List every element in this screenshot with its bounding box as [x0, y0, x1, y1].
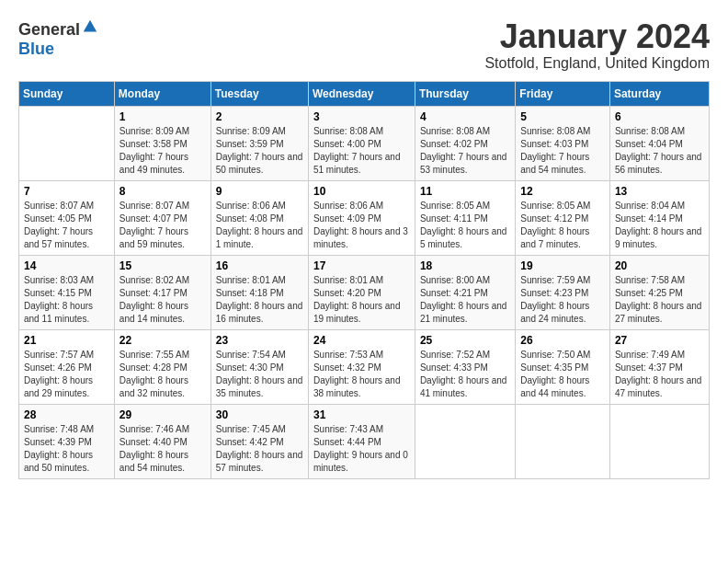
day-number: 28: [24, 408, 109, 421]
day-number: 29: [119, 408, 206, 421]
svg-marker-0: [84, 20, 97, 32]
day-number: 9: [216, 185, 303, 198]
calendar-cell: 26Sunrise: 7:50 AMSunset: 4:35 PMDayligh…: [516, 329, 610, 404]
calendar-cell: 6Sunrise: 8:08 AMSunset: 4:04 PMDaylight…: [609, 106, 709, 180]
cell-info: Sunrise: 8:08 AMSunset: 4:04 PMDaylight:…: [615, 125, 704, 177]
day-number: 17: [313, 259, 410, 272]
logo-icon: [82, 18, 98, 35]
header-wednesday: Wednesday: [308, 81, 415, 106]
calendar-header-row: SundayMondayTuesdayWednesdayThursdayFrid…: [19, 81, 710, 106]
day-number: 25: [420, 334, 510, 347]
calendar-cell: 14Sunrise: 8:03 AMSunset: 4:15 PMDayligh…: [19, 255, 115, 329]
cell-info: Sunrise: 7:43 AMSunset: 4:44 PMDaylight:…: [313, 423, 410, 475]
week-row-3: 21Sunrise: 7:57 AMSunset: 4:26 PMDayligh…: [19, 329, 710, 404]
header-sunday: Sunday: [19, 81, 115, 106]
calendar-cell: 31Sunrise: 7:43 AMSunset: 4:44 PMDayligh…: [308, 404, 415, 478]
week-row-0: 1Sunrise: 8:09 AMSunset: 3:58 PMDaylight…: [19, 106, 710, 180]
cell-info: Sunrise: 7:52 AMSunset: 4:33 PMDaylight:…: [420, 349, 510, 400]
week-row-1: 7Sunrise: 8:07 AMSunset: 4:05 PMDaylight…: [19, 180, 710, 255]
cell-info: Sunrise: 7:57 AMSunset: 4:26 PMDaylight:…: [24, 349, 109, 400]
header-tuesday: Tuesday: [210, 81, 308, 106]
day-number: 31: [313, 408, 410, 421]
cell-info: Sunrise: 8:07 AMSunset: 4:05 PMDaylight:…: [24, 200, 109, 251]
header-friday: Friday: [516, 81, 610, 106]
cell-info: Sunrise: 7:49 AMSunset: 4:37 PMDaylight:…: [615, 349, 704, 400]
day-number: 1: [119, 110, 206, 123]
day-number: 30: [216, 408, 303, 421]
day-number: 13: [615, 185, 704, 198]
day-number: 7: [24, 185, 109, 198]
cell-info: Sunrise: 8:04 AMSunset: 4:14 PMDaylight:…: [615, 200, 704, 251]
cell-info: Sunrise: 7:54 AMSunset: 4:30 PMDaylight:…: [216, 349, 303, 400]
calendar-body: 1Sunrise: 8:09 AMSunset: 3:58 PMDaylight…: [19, 106, 710, 478]
calendar-cell: 16Sunrise: 8:01 AMSunset: 4:18 PMDayligh…: [210, 255, 308, 329]
calendar-cell: 22Sunrise: 7:55 AMSunset: 4:28 PMDayligh…: [114, 329, 210, 404]
cell-info: Sunrise: 7:48 AMSunset: 4:39 PMDaylight:…: [24, 423, 109, 475]
header-thursday: Thursday: [415, 81, 515, 106]
calendar-cell: [19, 106, 115, 180]
calendar-cell: 17Sunrise: 8:01 AMSunset: 4:20 PMDayligh…: [308, 255, 415, 329]
cell-info: Sunrise: 8:05 AMSunset: 4:11 PMDaylight:…: [420, 200, 510, 251]
day-number: 11: [420, 185, 510, 198]
calendar-cell: [415, 404, 515, 478]
calendar-cell: 23Sunrise: 7:54 AMSunset: 4:30 PMDayligh…: [210, 329, 308, 404]
calendar-cell: 9Sunrise: 8:06 AMSunset: 4:08 PMDaylight…: [210, 180, 308, 255]
calendar-cell: 25Sunrise: 7:52 AMSunset: 4:33 PMDayligh…: [415, 329, 515, 404]
cell-info: Sunrise: 8:09 AMSunset: 3:59 PMDaylight:…: [216, 125, 303, 177]
calendar-cell: 1Sunrise: 8:09 AMSunset: 3:58 PMDaylight…: [114, 106, 210, 180]
cell-info: Sunrise: 7:55 AMSunset: 4:28 PMDaylight:…: [119, 349, 206, 400]
calendar-cell: 11Sunrise: 8:05 AMSunset: 4:11 PMDayligh…: [415, 180, 515, 255]
day-number: 21: [24, 334, 109, 347]
day-number: 18: [420, 259, 510, 272]
day-number: 12: [520, 185, 605, 198]
cell-info: Sunrise: 7:58 AMSunset: 4:25 PMDaylight:…: [615, 274, 704, 326]
cell-info: Sunrise: 8:09 AMSunset: 3:58 PMDaylight:…: [119, 125, 206, 177]
day-number: 22: [119, 334, 206, 347]
cell-info: Sunrise: 7:46 AMSunset: 4:40 PMDaylight:…: [119, 423, 206, 475]
calendar-cell: 20Sunrise: 7:58 AMSunset: 4:25 PMDayligh…: [609, 255, 709, 329]
day-number: 19: [520, 259, 605, 272]
day-number: 3: [313, 110, 410, 123]
week-row-2: 14Sunrise: 8:03 AMSunset: 4:15 PMDayligh…: [19, 255, 710, 329]
calendar-cell: 3Sunrise: 8:08 AMSunset: 4:00 PMDaylight…: [308, 106, 415, 180]
calendar-cell: 29Sunrise: 7:46 AMSunset: 4:40 PMDayligh…: [114, 404, 210, 478]
day-number: 26: [520, 334, 605, 347]
calendar-cell: 19Sunrise: 7:59 AMSunset: 4:23 PMDayligh…: [516, 255, 610, 329]
logo: General Blue: [18, 18, 98, 59]
cell-info: Sunrise: 7:45 AMSunset: 4:42 PMDaylight:…: [216, 423, 303, 475]
cell-info: Sunrise: 8:08 AMSunset: 4:02 PMDaylight:…: [420, 125, 510, 177]
page-header: General Blue January 2024 Stotfold, Engl…: [18, 18, 710, 72]
month-title: January 2024: [484, 18, 710, 55]
day-number: 24: [313, 334, 410, 347]
cell-info: Sunrise: 8:01 AMSunset: 4:20 PMDaylight:…: [313, 274, 410, 326]
cell-info: Sunrise: 8:08 AMSunset: 4:03 PMDaylight:…: [520, 125, 605, 177]
calendar-cell: 24Sunrise: 7:53 AMSunset: 4:32 PMDayligh…: [308, 329, 415, 404]
header-monday: Monday: [114, 81, 210, 106]
calendar-cell: 10Sunrise: 8:06 AMSunset: 4:09 PMDayligh…: [308, 180, 415, 255]
day-number: 16: [216, 259, 303, 272]
cell-info: Sunrise: 8:08 AMSunset: 4:00 PMDaylight:…: [313, 125, 410, 177]
cell-info: Sunrise: 7:50 AMSunset: 4:35 PMDaylight:…: [520, 349, 605, 400]
cell-info: Sunrise: 7:59 AMSunset: 4:23 PMDaylight:…: [520, 274, 605, 326]
cell-info: Sunrise: 7:53 AMSunset: 4:32 PMDaylight:…: [313, 349, 410, 400]
day-number: 5: [520, 110, 605, 123]
header-saturday: Saturday: [609, 81, 709, 106]
title-section: January 2024 Stotfold, England, United K…: [484, 18, 710, 72]
calendar-cell: 15Sunrise: 8:02 AMSunset: 4:17 PMDayligh…: [114, 255, 210, 329]
logo-blue: Blue: [18, 40, 54, 58]
day-number: 4: [420, 110, 510, 123]
cell-info: Sunrise: 8:03 AMSunset: 4:15 PMDaylight:…: [24, 274, 109, 326]
day-number: 6: [615, 110, 704, 123]
logo-general: General: [18, 20, 80, 39]
calendar-cell: 4Sunrise: 8:08 AMSunset: 4:02 PMDaylight…: [415, 106, 515, 180]
location-title: Stotfold, England, United Kingdom: [484, 55, 710, 72]
day-number: 27: [615, 334, 704, 347]
cell-info: Sunrise: 8:02 AMSunset: 4:17 PMDaylight:…: [119, 274, 206, 326]
calendar-table: SundayMondayTuesdayWednesdayThursdayFrid…: [18, 81, 710, 479]
cell-info: Sunrise: 8:01 AMSunset: 4:18 PMDaylight:…: [216, 274, 303, 326]
calendar-cell: 27Sunrise: 7:49 AMSunset: 4:37 PMDayligh…: [609, 329, 709, 404]
day-number: 10: [313, 185, 410, 198]
day-number: 14: [24, 259, 109, 272]
calendar-cell: 18Sunrise: 8:00 AMSunset: 4:21 PMDayligh…: [415, 255, 515, 329]
day-number: 2: [216, 110, 303, 123]
